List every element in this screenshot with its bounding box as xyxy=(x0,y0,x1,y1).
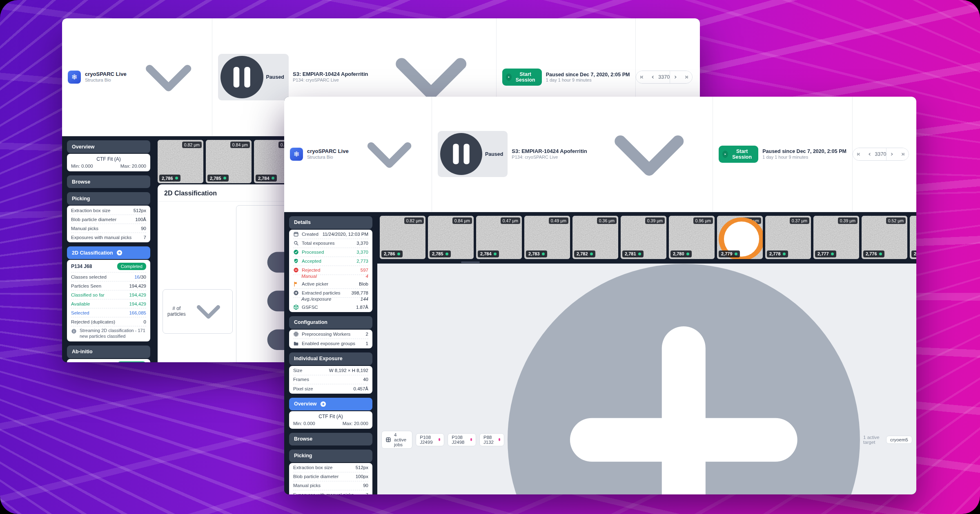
stat-label: Pixel size xyxy=(293,386,313,391)
defocus-badge: 0.36 µm xyxy=(597,217,617,224)
stat-label: Manual picks xyxy=(71,226,98,231)
stat-row: Rejected (duplicates)0 xyxy=(71,317,146,326)
sort-by-dropdown[interactable]: # of particles xyxy=(163,289,233,334)
first-exposure-button[interactable] xyxy=(853,148,864,160)
exposure-thumbnail[interactable]: 0.47 µm2,784 xyxy=(476,216,522,259)
stat-row: Manual picks90 xyxy=(71,224,146,233)
exposure-thumbnail[interactable]: 2,775 xyxy=(910,216,916,259)
sidebar-section-browse[interactable]: Browse xyxy=(289,433,372,445)
defocus-badge: 0.84 µm xyxy=(230,142,250,148)
previous-exposure-button[interactable] xyxy=(647,71,658,83)
sidebar-section-individual-exposure[interactable]: Individual Exposure xyxy=(289,352,372,365)
active-jobs-label: 4 active jobs xyxy=(394,432,408,447)
minus-circle-icon xyxy=(293,267,299,273)
job-pill[interactable]: P108 J2498 xyxy=(448,433,476,446)
exposure-thumbnail[interactable]: 0.84 µm2,785 xyxy=(206,140,252,183)
arrow-right-circle-icon xyxy=(116,250,122,256)
paused-since: Paused since Dec 7, 2020, 2:05 PM xyxy=(762,148,846,154)
target-pill[interactable]: cryoem5 xyxy=(886,436,912,444)
next-exposure-button[interactable] xyxy=(670,71,681,83)
exposure-thumbnail[interactable]: 0.96 µm2,780 xyxy=(669,216,715,259)
sidebar-section-configuration[interactable]: Configuration xyxy=(289,316,372,329)
stat-label: Enabled exposure groups xyxy=(293,341,355,346)
exposure-thumbnail[interactable]: 0.49 µm2,783 xyxy=(524,216,570,259)
active-jobs-button[interactable]: 4 active jobs xyxy=(381,431,412,449)
stat-label: Size xyxy=(293,368,302,373)
stat-value: 597 xyxy=(361,268,368,273)
sidebar-section-picking[interactable]: Picking xyxy=(67,192,150,205)
desktop-background: ❄ cryoSPARC Live Structura Bio Paused S3… xyxy=(0,0,980,514)
exposure-thumbnail[interactable]: 0.82 µm2,786 xyxy=(380,216,425,259)
exposure-number-badge: 2,777 xyxy=(815,250,836,257)
defocus-badge: 0.39 µm xyxy=(838,217,858,224)
exposure-number-badge: 2,779 xyxy=(719,250,740,257)
sidebar-section-browse[interactable]: Browse xyxy=(67,175,150,188)
stat-label: Extracted particles xyxy=(293,290,341,296)
last-exposure-button[interactable] xyxy=(898,148,909,160)
exposure-number-badge: 2,785 xyxy=(207,175,229,182)
sidebar-section-overview[interactable]: Overview xyxy=(67,140,150,153)
accepted-dot-icon xyxy=(831,253,834,255)
exposure-number-input[interactable]: 3370 xyxy=(658,71,670,83)
sidebar-section-2d-classification[interactable]: 2D Classification xyxy=(67,246,150,259)
stat-label: Classes selected xyxy=(71,275,107,279)
job-pill[interactable]: P108 J2499 xyxy=(416,433,444,446)
previous-exposure-button[interactable] xyxy=(864,148,875,160)
app-selector[interactable]: ❄ cryoSPARC Live Structura Bio xyxy=(62,18,212,136)
window-header: ❄ cryoSPARC Live Structura Bio Paused S3… xyxy=(284,97,916,212)
stat-row: Pixel size0.457Å xyxy=(293,384,368,393)
paused-label: Paused xyxy=(266,74,284,80)
exposure-number-input[interactable]: 3370 xyxy=(875,148,887,160)
job-pill[interactable]: P88 J132 xyxy=(479,433,504,446)
strip-scrollbar[interactable] xyxy=(377,260,916,264)
first-exposure-button[interactable] xyxy=(636,71,647,83)
grid-icon xyxy=(385,437,391,443)
stat-row: Exposures with manual picks7 xyxy=(71,233,146,242)
defocus-badge: 0.82 µm xyxy=(404,217,424,224)
sidebar-section-ab-initio[interactable]: Ab-initio xyxy=(67,346,150,358)
last-exposure-button[interactable] xyxy=(681,71,692,83)
stat-label: Blob particle diameter xyxy=(293,474,339,479)
stat-row: Accepted2,773 xyxy=(293,257,368,266)
sidebar-section-overview[interactable]: Overview xyxy=(289,398,372,410)
exposure-thumbnail[interactable]: 0.36 µm2,782 xyxy=(572,216,618,259)
accepted-dot-icon xyxy=(638,253,641,255)
start-session-button[interactable]: Start Session xyxy=(502,69,542,86)
stat-label: Frames xyxy=(293,377,309,382)
job-note: Streaming 2D classification - 171 new pa… xyxy=(71,326,146,341)
play-icon xyxy=(722,151,728,158)
exposure-thumbnail[interactable]: 0.52 µm2,776 xyxy=(862,216,907,259)
stat-label: Total exposures xyxy=(293,240,335,246)
exposure-thumbnail[interactable]: 0.32 µm2,779 xyxy=(717,216,763,259)
cryosparc-logo-icon: ❄ xyxy=(290,148,303,161)
exposure-thumbnail[interactable]: 0.82 µm2,786 xyxy=(158,140,203,183)
ctf-max: Max: 20.000 xyxy=(120,164,146,168)
app-selector[interactable]: ❄ cryoSPARC Live Structura Bio xyxy=(284,97,432,212)
info-icon xyxy=(71,328,77,334)
exposure-thumbnail[interactable]: 0.39 µm2,777 xyxy=(813,216,859,259)
stat-row: Created11/24/2020, 12:03 PM xyxy=(293,230,368,239)
stat-value: 11/24/2020, 12:03 PM xyxy=(323,232,368,237)
job-status-dot-icon xyxy=(499,438,500,441)
accepted-dot-icon xyxy=(686,253,689,255)
exposure-thumbnail[interactable]: 0.39 µm2,781 xyxy=(621,216,666,259)
paused-label: Paused xyxy=(485,151,503,157)
sidebar-section-details[interactable]: Details xyxy=(289,216,372,229)
start-session-button[interactable]: Start Session xyxy=(719,146,758,163)
stat-value: 3,370 xyxy=(356,241,368,246)
stat-row: Selected166,085 xyxy=(71,308,146,317)
stat-label: Accepted xyxy=(293,258,321,264)
next-exposure-button[interactable] xyxy=(886,148,898,160)
arrow-right-circle-icon xyxy=(320,401,326,407)
exposure-strip: 0.82 µm2,7860.84 µm2,7850.47 µm2,7840.49… xyxy=(377,212,916,260)
exposure-thumbnail[interactable]: 0.37 µm2,778 xyxy=(765,216,811,259)
front-sidebar: DetailsCreated11/24/2020, 12:03 PMTotal … xyxy=(284,212,377,494)
job-status-badge: Completed xyxy=(117,263,146,270)
stat-label: Rejected (duplicates) xyxy=(71,319,115,324)
stat-value: 194,429 xyxy=(129,284,146,288)
exposure-thumbnail[interactable]: 0.84 µm2,785 xyxy=(428,216,474,259)
add-job-button[interactable] xyxy=(508,264,860,494)
session-selector[interactable]: Paused S3: EMPIAR-10424 Apoferritin P134… xyxy=(432,97,713,212)
stat-value: W 8,192 × H 8,192 xyxy=(329,368,368,373)
sidebar-section-picking[interactable]: Picking xyxy=(289,450,372,462)
